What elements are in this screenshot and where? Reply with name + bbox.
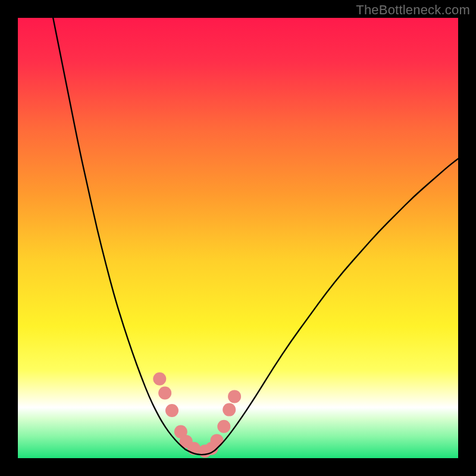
marker-point bbox=[217, 420, 230, 433]
series-left-curve bbox=[53, 18, 185, 449]
series-right-curve bbox=[216, 159, 458, 449]
chart-area bbox=[18, 18, 458, 458]
curve-layer bbox=[18, 18, 458, 458]
marker-point bbox=[158, 386, 171, 399]
curve-group bbox=[53, 18, 458, 455]
watermark-text: TheBottleneck.com bbox=[356, 2, 470, 18]
marker-point bbox=[165, 404, 178, 417]
marker-point bbox=[210, 434, 223, 447]
marker-point bbox=[228, 390, 241, 403]
marker-group bbox=[153, 372, 241, 458]
marker-point bbox=[153, 372, 166, 386]
marker-point bbox=[223, 403, 236, 416]
outer-frame: TheBottleneck.com bbox=[0, 0, 476, 476]
